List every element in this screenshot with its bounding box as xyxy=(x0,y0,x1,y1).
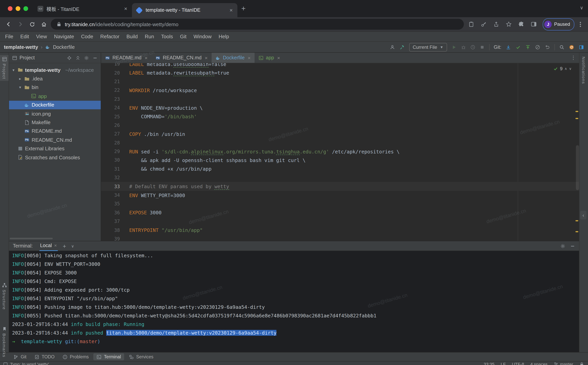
line-separator[interactable]: LF xyxy=(501,362,506,365)
error-stripe-mark[interactable] xyxy=(575,111,578,112)
stop-icon[interactable] xyxy=(479,44,485,50)
tool-stripe-structure[interactable]: Structure xyxy=(0,281,9,311)
tabs-options-icon[interactable]: ⋮ xyxy=(571,55,576,61)
chevron-right-icon[interactable]: ▸ xyxy=(18,77,22,81)
tree-item-external-libraries[interactable]: External Libraries xyxy=(9,144,101,153)
menu-window[interactable]: Window xyxy=(190,34,215,39)
menu-git[interactable]: Git xyxy=(176,34,190,39)
profile-paused-button[interactable]: J Paused xyxy=(543,18,574,30)
hide-panel-icon[interactable] xyxy=(92,55,98,60)
editor-line-26[interactable]: 26 xyxy=(101,121,579,130)
tree-item-readme-md[interactable]: README.md xyxy=(9,127,101,135)
layout-panel-icon[interactable] xyxy=(579,44,584,50)
close-tab-icon[interactable]: × xyxy=(248,55,251,61)
error-stripe-mark[interactable] xyxy=(575,231,578,232)
tree-item-icon-png[interactable]: icon.png xyxy=(9,109,101,118)
close-tab-icon[interactable]: × xyxy=(277,55,280,61)
editor-line-19[interactable]: 19LABEL metadata.usesubdomain=false xyxy=(101,63,579,69)
browser-tab-active[interactable]: template-wetty - TitanIDE × xyxy=(132,3,237,17)
menu-refactor[interactable]: Refactor xyxy=(97,34,123,39)
prev-problem-icon[interactable]: ∧ xyxy=(565,67,567,71)
chevron-down-icon[interactable]: ▾ xyxy=(18,85,22,90)
terminal-output[interactable]: INFO[0050] Taking snapshot of full files… xyxy=(9,251,579,352)
clipboard-icon[interactable] xyxy=(466,19,476,29)
sync-status-icon[interactable] xyxy=(569,44,574,50)
error-stripe-mark[interactable] xyxy=(575,118,578,119)
tool-stripe-notifications[interactable]: Notifications xyxy=(579,55,588,85)
editor-content[interactable]: 19LABEL metadata.usesubdomain=false20LAB… xyxy=(101,63,579,241)
user-settings-icon[interactable] xyxy=(390,44,395,50)
toolwindow-button-services[interactable]: Services xyxy=(126,353,157,360)
editor-line-20[interactable]: 20LABEL metadata.rewritesubpath=true xyxy=(101,69,579,77)
editor-line-30[interactable]: 30 && apk add -U openssh-client sshpass … xyxy=(101,156,579,165)
browser-tab-inactive[interactable]: <> 模板 - TitanIDE × xyxy=(34,0,132,17)
editor-line-38[interactable]: 38ENTRYPOINT "/usr/bin/app" xyxy=(101,226,579,235)
status-message[interactable]: Typo: In word 'wetty' xyxy=(3,362,49,365)
tree-item-readme-cn-md[interactable]: README_CN.md xyxy=(9,135,101,144)
menu-help[interactable]: Help xyxy=(215,34,233,39)
tab-search-chevron-icon[interactable]: ∨ xyxy=(580,5,583,11)
undo-icon[interactable] xyxy=(545,44,550,50)
tree-item-template-wetty[interactable]: ▾template-wetty~/workspace xyxy=(9,66,101,74)
minimize-window-button[interactable] xyxy=(16,6,20,11)
toolwindow-button-problems[interactable]: Problems xyxy=(59,353,92,360)
tree-item--idea[interactable]: ▸.idea xyxy=(9,74,101,83)
toolwindow-button-todo[interactable]: TODO xyxy=(31,353,58,360)
profiler-icon[interactable] xyxy=(470,44,475,50)
close-tab-icon[interactable]: × xyxy=(123,6,128,12)
menu-run[interactable]: Run xyxy=(141,34,158,39)
breadcrumb-project[interactable]: template-wetty xyxy=(4,44,38,50)
horizontal-scrollbar[interactable] xyxy=(10,238,53,239)
editor-tab-dockerfile[interactable]: Dockerfile× xyxy=(212,53,255,63)
editor-line-37[interactable]: 37 xyxy=(101,217,579,226)
debug-bug-icon[interactable] xyxy=(461,44,466,50)
git-branch-widget[interactable]: master xyxy=(554,362,573,365)
run-icon[interactable] xyxy=(451,44,457,50)
refresh-button[interactable] xyxy=(27,20,37,29)
tree-item-dockerfile[interactable]: Dockerfile xyxy=(9,100,101,109)
share-icon[interactable] xyxy=(491,19,502,29)
terminal-tab-local[interactable]: Local × xyxy=(39,241,58,251)
run-configuration-select[interactable]: Current File ▼ xyxy=(409,43,447,51)
editor-line-36[interactable]: 36EXPOSE 3000 xyxy=(101,208,579,217)
bookmark-star-icon[interactable] xyxy=(504,19,514,29)
build-hammer-icon[interactable] xyxy=(399,44,405,50)
editor-tab-readme-cn-md[interactable]: README_CN.md× xyxy=(152,53,212,63)
new-tab-button[interactable]: + xyxy=(237,0,250,17)
editor-line-27[interactable]: 27COPY ./bin /usr/bin xyxy=(101,130,579,138)
gear-icon[interactable] xyxy=(560,244,565,249)
caret-position[interactable]: 33:35 xyxy=(484,362,495,365)
browser-menu-icon[interactable] xyxy=(577,22,584,27)
terminal-sessions-chevron-icon[interactable]: ∨ xyxy=(71,244,74,248)
editor-line-23[interactable]: 23 xyxy=(101,95,579,104)
git-history-icon[interactable] xyxy=(535,44,540,50)
breadcrumb-file[interactable]: Dockerfile xyxy=(53,44,75,50)
menu-file[interactable]: File xyxy=(1,34,17,39)
tree-item-bin[interactable]: ▾bin xyxy=(9,83,101,92)
new-terminal-session-button[interactable]: + xyxy=(61,243,68,249)
gear-icon[interactable] xyxy=(84,55,89,60)
close-tab-icon[interactable]: × xyxy=(145,55,147,61)
editor-scrollbar[interactable] xyxy=(576,145,579,190)
editor-line-33[interactable]: 33# Default ENV params used by wetty xyxy=(101,182,579,191)
tree-item-makefile[interactable]: Makefile xyxy=(9,118,101,127)
editor-tab-readme-md[interactable]: README.md× xyxy=(101,53,152,63)
inspections-widget[interactable]: 9 ∧ ∨ xyxy=(551,66,574,72)
menu-code[interactable]: Code xyxy=(77,34,97,39)
back-button[interactable] xyxy=(4,20,13,29)
git-push-icon[interactable] xyxy=(525,44,531,50)
menu-edit[interactable]: Edit xyxy=(17,34,33,39)
lock-icon[interactable] xyxy=(579,362,584,365)
tree-item-scratches-and-consoles[interactable]: Scratches and Consoles xyxy=(9,153,101,162)
locate-file-icon[interactable] xyxy=(67,55,72,60)
editor-line-24[interactable]: 24ENV NODE_ENV=production \ xyxy=(101,104,579,112)
collapse-all-icon[interactable] xyxy=(75,55,80,60)
git-commit-check-icon[interactable] xyxy=(515,44,521,50)
extensions-puzzle-icon[interactable] xyxy=(516,19,526,29)
key-icon[interactable] xyxy=(479,19,489,29)
editor-line-29[interactable]: 29RUN sed -i 's/dl-cdn.alpinelinux.org/m… xyxy=(101,147,579,156)
next-problem-icon[interactable]: ∨ xyxy=(569,67,572,71)
minimize-panel-icon[interactable] xyxy=(570,244,575,249)
editor-line-34[interactable]: 34ENV WETTY_PORT=3000 xyxy=(101,191,579,200)
address-bar[interactable]: try.titanide.cn/ide/web/coding/template-… xyxy=(51,19,464,30)
